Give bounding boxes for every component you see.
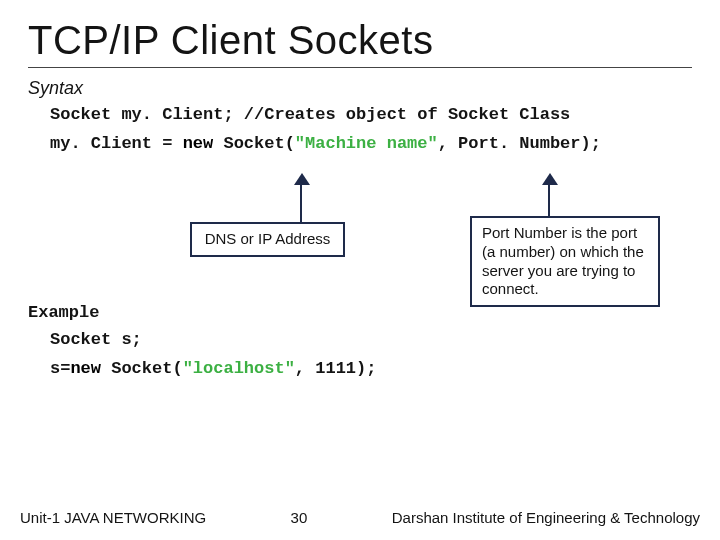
keyword-new: new bbox=[70, 359, 101, 378]
keyword-new: new bbox=[183, 134, 214, 153]
slide-number: 30 bbox=[206, 509, 392, 526]
code-text: Socket( bbox=[213, 134, 295, 153]
callout-dns: DNS or IP Address bbox=[190, 222, 345, 257]
code-text: Socket( bbox=[101, 359, 183, 378]
code-line-1: Socket my. Client; //Creates object of S… bbox=[50, 105, 692, 124]
page-title: TCP/IP Client Sockets bbox=[28, 18, 692, 68]
code-text: , 1111); bbox=[295, 359, 377, 378]
arrow-head-icon bbox=[294, 173, 310, 185]
string-literal: "Machine name" bbox=[295, 134, 438, 153]
code-text: s= bbox=[50, 359, 70, 378]
footer-institute: Darshan Institute of Engineering & Techn… bbox=[392, 509, 700, 526]
example-line-2: s=new Socket("localhost", 1111); bbox=[50, 359, 692, 378]
string-literal: "localhost" bbox=[183, 359, 295, 378]
footer-unit: Unit-1 JAVA NETWORKING bbox=[20, 509, 206, 526]
syntax-heading: Syntax bbox=[28, 78, 692, 99]
example-line-1: Socket s; bbox=[50, 330, 692, 349]
code-text: Socket my. Client; bbox=[50, 105, 244, 124]
arrow-head-icon bbox=[542, 173, 558, 185]
code-line-2: my. Client = new Socket("Machine name", … bbox=[50, 134, 692, 153]
code-comment: //Creates object of Socket Class bbox=[244, 105, 570, 124]
footer: Unit-1 JAVA NETWORKING 30 Darshan Instit… bbox=[0, 509, 720, 526]
code-text: my. Client = bbox=[50, 134, 183, 153]
code-text: , Port. Number); bbox=[438, 134, 601, 153]
callout-port: Port Number is the port (a number) on wh… bbox=[470, 216, 660, 307]
